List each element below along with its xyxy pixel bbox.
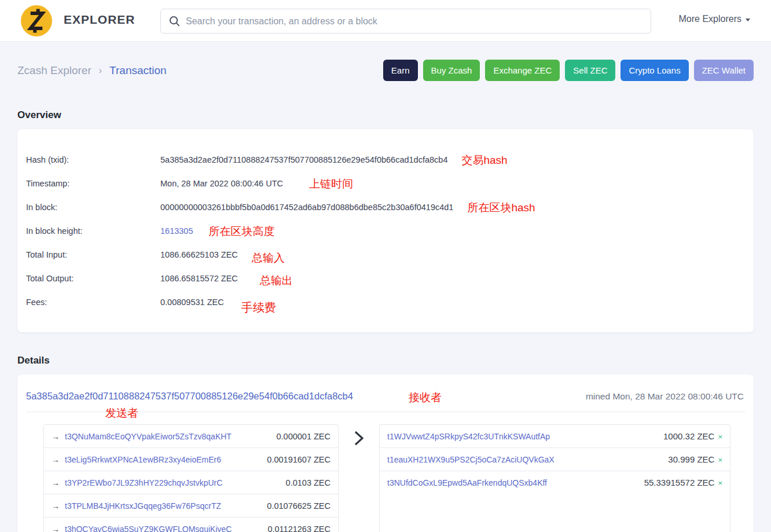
input-row: →t3hQCYavC6wja5SuYZ9KGWFLQMsquiKiveC 0.0… <box>44 518 338 532</box>
annotation-sender: 发送者 <box>105 406 138 421</box>
annotation-total-input: 总输入 <box>252 251 285 266</box>
search-input[interactable] <box>186 16 642 27</box>
row-label: Total Input: <box>26 250 160 259</box>
annotation-block-height: 所在区块高度 <box>208 224 274 239</box>
breadcrumb-root[interactable]: Zcash Explorer <box>17 64 91 77</box>
breadcrumb-current[interactable]: Transaction <box>109 64 167 77</box>
overview-row-fees: Fees: 0.00809531 ZEC 手续费 <box>26 290 745 314</box>
timestamp-value: Mon, 28 Mar 2022 08:00:46 UTC <box>160 179 283 188</box>
output-address-link[interactable]: t3NUfdCoGxL9Epwd5AaFrkendqUQSxb4Kff <box>387 478 547 487</box>
earn-button[interactable]: Earn <box>383 60 418 81</box>
total-input-value: 1086.66625103 ZEC <box>160 250 238 259</box>
block-hash-value: 00000000003261bbbf5b0a0d617452ad6ab97d08… <box>160 203 453 212</box>
annotation-fees: 手续费 <box>241 300 276 315</box>
output-amount: 30.999 ZEC <box>668 454 714 464</box>
breadcrumb: Zcash Explorer › Transaction <box>17 64 167 77</box>
brand-title: EXPLORER <box>64 13 135 27</box>
promo-buttons: Earn Buy Zcash Exchange ZEC Sell ZEC Cry… <box>383 60 754 81</box>
tx-hash-link[interactable]: 5a385a3d2ae2f0d7110888247537f50770088512… <box>26 391 353 402</box>
mined-timestamp: mined Mon, 28 Mar 2022 08:00:46 UTC <box>586 391 744 402</box>
input-row: →t3QNuMam8cEoQYVpakEiwor5ZsTzv8qaKHT 0.0… <box>44 425 338 448</box>
input-address-link[interactable]: t3YP2rEWbo7JL9Z3hHY229chqvJstvkpUrC <box>65 478 222 487</box>
sell-zec-button[interactable]: Sell ZEC <box>565 60 615 81</box>
overview-row-total-input: Total Input: 1086.66625103 ZEC 总输入 <box>26 243 745 266</box>
search-bar <box>160 9 651 34</box>
input-amount: 0.0103 ZEC <box>286 478 331 487</box>
overview-row-block-height: In block height: 1613305 所在区块高度 <box>26 219 745 243</box>
block-height-link[interactable]: 1613305 <box>160 226 193 236</box>
breadcrumb-separator-icon: › <box>99 65 102 76</box>
input-arrow-icon: → <box>52 501 60 511</box>
total-output-value: 1086.65815572 ZEC <box>160 274 238 283</box>
spent-x-icon: × <box>718 456 722 464</box>
input-address-link[interactable]: t3hQCYavC6wja5SuYZ9KGWFLQMsquiKiveC <box>65 524 232 532</box>
overview-row-hash: Hash (txid): 5a385a3d2ae2f0d711088824753… <box>26 148 745 171</box>
spent-x-icon: × <box>718 479 722 487</box>
crypto-loans-button[interactable]: Crypto Loans <box>621 60 688 81</box>
overview-row-in-block: In block: 00000000003261bbbf5b0a0d617452… <box>26 195 745 219</box>
row-label: Total Output: <box>26 274 160 283</box>
input-address-link[interactable]: t3eLig5RrkwtXPNcA1ewBRz3xy4eioEmEr6 <box>65 455 221 464</box>
output-row: t1eauXH21WX9u5PS2Cj5oCa7zAciUQVkGaX 30.9… <box>380 448 730 471</box>
output-amount: 55.33915572 ZEC <box>644 478 715 487</box>
annotation-total-output: 总输出 <box>260 273 293 288</box>
input-row: →t3YP2rEWbo7JL9Z3hHY229chqvJstvkpUrC 0.0… <box>44 471 338 494</box>
buy-zcash-button[interactable]: Buy Zcash <box>423 60 480 81</box>
overview-title: Overview <box>17 109 754 121</box>
caret-down-icon <box>746 19 750 21</box>
spent-x-icon: × <box>718 432 722 441</box>
input-row: →t3eLig5RrkwtXPNcA1ewBRz3xy4eioEmEr6 0.0… <box>44 448 338 471</box>
annotation-tx-hash: 交易hash <box>461 153 507 168</box>
outputs-table: t1WJVwwtZ4pSRkpyS42fc3UTnkKSWAutfAp 1000… <box>379 424 730 532</box>
output-address-link[interactable]: t1eauXH21WX9u5PS2Cj5oCa7zAciUQVkGaX <box>387 455 555 464</box>
zcash-logo-icon[interactable] <box>21 5 52 36</box>
app-header: EXPLORER More Explorers <box>0 0 771 42</box>
input-arrow-icon: → <box>52 524 60 532</box>
input-amount: 0.01121263 ZEC <box>267 524 331 532</box>
zec-wallet-button[interactable]: ZEC Wallet <box>694 60 754 81</box>
page-body: Zcash Explorer › Transaction Earn Buy Zc… <box>0 42 771 532</box>
output-address-link[interactable]: t1WJVwwtZ4pSRkpyS42fc3UTnkKSWAutfAp <box>387 432 550 441</box>
overview-row-total-output: Total Output: 1086.65815572 ZEC 总输出 <box>26 266 745 290</box>
output-amount: 1000.32 ZEC <box>663 431 714 441</box>
inputs-table: →t3QNuMam8cEoQYVpakEiwor5ZsTzv8qaKHT 0.0… <box>43 424 339 532</box>
input-arrow-icon: → <box>52 478 60 487</box>
chevron-right-icon <box>351 430 366 447</box>
input-arrow-icon: → <box>52 455 60 464</box>
row-label: In block: <box>26 203 160 212</box>
input-row: →t3TPLMB4JjHKrtsxJGqqeg36Fw76PsqcrTZ 0.0… <box>44 494 338 518</box>
fees-value: 0.00809531 ZEC <box>160 298 224 307</box>
inputs-outputs: →t3QNuMam8cEoQYVpakEiwor5ZsTzv8qaKHT 0.0… <box>17 412 754 532</box>
row-label: Fees: <box>26 298 160 307</box>
more-explorers-dropdown[interactable]: More Explorers <box>679 14 750 24</box>
row-label: In block height: <box>26 226 160 236</box>
annotation-receiver: 接收者 <box>409 390 442 405</box>
row-label: Hash (txid): <box>26 155 160 164</box>
annotation-block-hash: 所在区块hash <box>467 200 535 215</box>
input-amount: 0.000001 ZEC <box>276 432 331 441</box>
input-address-link[interactable]: t3TPLMB4JjHKrtsxJGqqeg36Fw76PsqcrTZ <box>65 501 221 511</box>
row-label: Timestamp: <box>26 179 160 188</box>
output-row: t1WJVwwtZ4pSRkpyS42fc3UTnkKSWAutfAp 1000… <box>380 425 730 448</box>
details-card: 5a385a3d2ae2f0d7110888247537f50770088512… <box>17 375 754 532</box>
search-icon <box>169 16 180 27</box>
overview-row-timestamp: Timestamp: Mon, 28 Mar 2022 08:00:46 UTC… <box>26 171 745 195</box>
overview-card: Hash (txid): 5a385a3d2ae2f0d711088824753… <box>17 129 754 332</box>
input-arrow-icon: → <box>52 432 60 441</box>
tx-hash-value: 5a385a3d2ae2f0d7110888247537f50770088512… <box>160 155 447 164</box>
more-explorers-label: More Explorers <box>679 14 741 24</box>
input-amount: 0.01076625 ZEC <box>267 501 331 511</box>
input-address-link[interactable]: t3QNuMam8cEoQYVpakEiwor5ZsTzv8qaKHT <box>65 432 232 441</box>
annotation-timestamp: 上链时间 <box>309 177 353 192</box>
input-amount: 0.00191607 ZEC <box>267 455 331 464</box>
exchange-zec-button[interactable]: Exchange ZEC <box>485 60 560 81</box>
details-title: Details <box>17 355 754 366</box>
output-row: t3NUfdCoGxL9Epwd5AaFrkendqUQSxb4Kff 55.3… <box>380 471 730 494</box>
